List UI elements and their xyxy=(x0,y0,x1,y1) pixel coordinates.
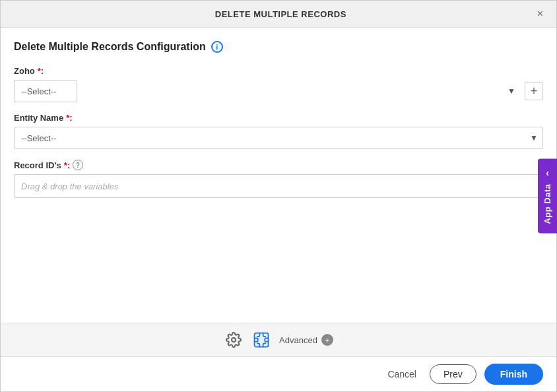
cancel-button[interactable]: Cancel xyxy=(382,366,422,382)
svg-point-0 xyxy=(232,338,236,342)
advanced-plus-icon: + xyxy=(321,334,333,346)
info-icon[interactable]: i xyxy=(211,41,223,53)
zoho-select-wrapper: --Select-- ▼ + xyxy=(14,80,543,102)
record-ids-field-group: Record ID's *: ? Drag & drop the variabl… xyxy=(14,160,543,198)
app-data-label: App Data xyxy=(542,183,552,224)
app-data-chevron-icon: ‹ xyxy=(546,168,549,178)
puzzle-icon[interactable] xyxy=(251,330,271,350)
app-data-tab[interactable]: ‹ App Data xyxy=(538,158,557,233)
modal-body: Delete Multiple Records Configuration i … xyxy=(1,28,556,323)
drag-drop-placeholder: Drag & drop the variables xyxy=(21,181,118,191)
modal-header: DELETE MULTIPLE RECORDS × xyxy=(1,1,556,28)
zoho-field-group: Zoho *: --Select-- ▼ + xyxy=(14,66,543,102)
record-ids-label: Record ID's *: ? xyxy=(14,160,543,170)
zoho-select[interactable]: --Select-- xyxy=(14,80,77,102)
prev-button[interactable]: Prev xyxy=(430,364,476,384)
entity-select[interactable]: --Select-- xyxy=(14,127,543,149)
advanced-label: Advanced xyxy=(279,335,317,345)
entity-label: Entity Name *: xyxy=(14,113,543,123)
close-button[interactable]: × xyxy=(535,7,546,20)
entity-name-field-group: Entity Name *: --Select-- ▼ xyxy=(14,113,543,149)
config-heading: Delete Multiple Records Configuration xyxy=(14,41,206,53)
record-ids-required: *: xyxy=(64,160,70,170)
zoho-label: Zoho *: xyxy=(14,66,543,76)
finish-button[interactable]: Finish xyxy=(484,364,543,385)
entity-required: *: xyxy=(66,113,72,123)
zoho-add-button[interactable]: + xyxy=(525,82,543,100)
record-ids-drag-drop-area[interactable]: Drag & drop the variables xyxy=(14,174,543,198)
advanced-button[interactable]: Advanced + xyxy=(279,334,333,346)
svg-rect-1 xyxy=(255,333,269,347)
footer-bar: Advanced + xyxy=(1,323,556,356)
record-ids-help-icon[interactable]: ? xyxy=(73,160,83,170)
entity-select-wrapper: --Select-- ▼ xyxy=(14,127,543,149)
zoho-dropdown-arrow-icon: ▼ xyxy=(508,86,515,96)
config-title: Delete Multiple Records Configuration i xyxy=(14,41,543,53)
modal-title: DELETE MULTIPLE RECORDS xyxy=(27,9,535,19)
zoho-required: *: xyxy=(38,66,44,76)
gear-icon[interactable] xyxy=(224,330,244,350)
modal-actions: Cancel Prev Finish xyxy=(1,356,556,391)
